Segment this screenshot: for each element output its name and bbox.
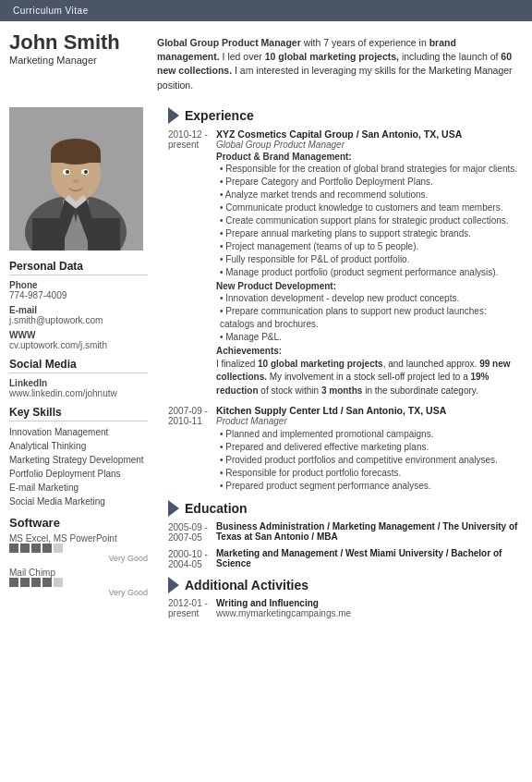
profile-photo — [9, 107, 143, 250]
experience-entry-1: 2010-12 -present XYZ Cosmetics Capital G… — [168, 128, 521, 398]
exp2-bullet-3: • Provided product portfolios and compet… — [220, 454, 521, 467]
exp-bullet-1: • Responsible for the creation of global… — [220, 163, 521, 176]
star-3 — [31, 578, 41, 587]
skill-4: Portfolio Deployment Plans — [9, 467, 148, 481]
star-2 — [20, 578, 30, 587]
edu-institution-2: Marketing and Management / West Miami Un… — [216, 548, 521, 568]
svg-rect-16 — [32, 218, 65, 250]
exp-bullet-7: • Project management (teams of up to 5 p… — [220, 240, 521, 253]
additional-entry-1: 2012-01 -present Writing and Influencing… — [168, 598, 521, 618]
header-bar: Curriculum Vitae — [0, 0, 532, 21]
person-name: John Smith — [9, 31, 148, 55]
experience-title: Experience — [185, 108, 254, 123]
software-item-1: MS Excel, MS PowerPoint Very Good — [9, 533, 148, 563]
additional-title: Additional Activities — [185, 578, 308, 593]
exp-bullet-4: • Communicate product knowledge to custo… — [220, 202, 521, 214]
software-title: Software — [9, 516, 148, 530]
edu-institution-1: Business Administration / Marketing Mana… — [216, 521, 521, 542]
edu-content-1: Business Administration / Marketing Mana… — [216, 521, 521, 543]
exp-bullet-10: • Innovation development - develop new p… — [220, 292, 521, 305]
exp-bullet-6: • Prepare annual marketing plans to supp… — [220, 227, 521, 240]
education-arrow — [168, 500, 179, 517]
www-label: WWW — [9, 330, 148, 340]
additional-header: Additional Activities — [168, 577, 521, 593]
star-5 — [54, 578, 63, 587]
exp-subtitle-ach: Achievements: — [216, 346, 521, 356]
software-label-2: Mail Chimp — [9, 568, 148, 578]
www-value: cv.uptowork.com/j.smith — [9, 340, 148, 350]
edu-content-2: Marketing and Management / West Miami Un… — [216, 548, 521, 569]
exp-bullet-11: • Prepare communication plans to support… — [220, 305, 521, 331]
exp-bullet-12: • Manage P&L. — [220, 331, 521, 344]
exp-bullet-5: • Create communication support plans for… — [220, 214, 521, 227]
add-sub-1: www.mymarketingcampaings.me — [216, 608, 521, 618]
exp-bullet-3: • Analyze market trends and recommend so… — [220, 189, 521, 202]
exp2-bullet-2: • Prepared and delivered effective marke… — [220, 441, 521, 454]
personal-data-title: Personal Data — [9, 260, 148, 275]
exp-subtitle-pb: Product & Brand Management: — [216, 152, 521, 162]
skill-3: Marketing Strategy Development — [9, 453, 148, 467]
edu-entry-2: 2000-10 -2004-05 Marketing and Managemen… — [168, 548, 521, 569]
software-rating-2 — [9, 578, 148, 587]
phone-label: Phone — [9, 280, 148, 290]
software-label-1: MS Excel, MS PowerPoint — [9, 533, 148, 544]
header-title: Curriculum Vitae — [13, 6, 89, 16]
exp-role-1: Global Group Product Manager — [216, 140, 521, 150]
software-item-2: Mail Chimp Very Good — [9, 568, 148, 597]
skill-1: Innovation Management — [9, 425, 148, 439]
exp-date-2: 2007-09 -2010-11 — [168, 405, 216, 493]
software-rating-text-2: Very Good — [9, 588, 148, 597]
star-1 — [9, 544, 18, 553]
exp-company-2: Kitchen Supply Center Ltd / San Antonio,… — [216, 405, 521, 416]
exp-subtitle-npd: New Product Development: — [216, 281, 521, 291]
additional-arrow — [168, 577, 179, 593]
add-date-1: 2012-01 -present — [168, 598, 216, 618]
star-3 — [31, 544, 41, 553]
exp2-bullet-4: • Responsible for product portfolio fore… — [220, 467, 521, 480]
skills-title: Key Skills — [9, 406, 148, 422]
svg-point-10 — [66, 170, 69, 174]
experience-arrow — [168, 107, 179, 124]
phone-value: 774-987-4009 — [9, 290, 148, 300]
star-5 — [54, 544, 63, 553]
summary-section: Global Group Product Manager with 7 year… — [157, 21, 532, 100]
exp-role-2: Product Manager — [216, 416, 521, 426]
experience-header: Experience — [168, 107, 521, 124]
svg-rect-7 — [51, 153, 101, 163]
edu-date-2: 2000-10 -2004-05 — [168, 548, 216, 569]
add-title-1: Writing and Influencing — [216, 598, 521, 608]
skill-5: E-mail Marketing — [9, 481, 148, 495]
name-section: John Smith Marketing Manager — [0, 21, 157, 100]
svg-rect-17 — [88, 218, 120, 250]
linkedin-value: www.linkedin.com/johnutw — [9, 388, 148, 398]
social-title: Social Media — [9, 358, 148, 373]
email-value: j.smith@uptowork.com — [9, 315, 148, 325]
exp-bullet-9: • Manage product portfolio (product segm… — [220, 266, 521, 279]
email-label: E-mail — [9, 305, 148, 315]
exp-content-1: XYZ Cosmetics Capital Group / San Antoni… — [216, 128, 521, 398]
star-4 — [42, 544, 52, 553]
skill-2: Analytical Thinking — [9, 439, 148, 453]
sidebar: Personal Data Phone 774-987-4009 E-mail … — [0, 100, 157, 643]
exp-content-2: Kitchen Supply Center Ltd / San Antonio,… — [216, 405, 521, 493]
experience-entry-2: 2007-09 -2010-11 Kitchen Supply Center L… — [168, 405, 521, 493]
exp2-bullet-1: • Planned and implemented promotional ca… — [220, 428, 521, 441]
svg-point-11 — [84, 170, 88, 174]
edu-date-1: 2005-09 -2007-05 — [168, 521, 216, 543]
svg-point-12 — [73, 179, 79, 183]
skill-6: Social Media Marketing — [9, 495, 148, 508]
resume-page: Curriculum Vitae John Smith Marketing Ma… — [0, 0, 532, 782]
education-title: Education — [185, 501, 248, 516]
software-rating-text-1: Very Good — [9, 554, 148, 563]
star-2 — [20, 544, 30, 553]
achievements-text: I finalized 10 global marketing projects… — [216, 358, 521, 398]
person-role: Marketing Manager — [9, 55, 148, 66]
add-content-1: Writing and Influencing www.mymarketingc… — [216, 598, 521, 618]
summary-text: Global Group Product Manager with 7 year… — [157, 36, 521, 92]
software-rating-1 — [9, 544, 148, 553]
edu-entry-1: 2005-09 -2007-05 Business Administration… — [168, 521, 521, 543]
star-1 — [9, 578, 18, 587]
exp2-bullet-5: • Prepared product segment performance a… — [220, 480, 521, 493]
exp-company-1: XYZ Cosmetics Capital Group / San Antoni… — [216, 128, 521, 140]
star-4 — [42, 578, 52, 587]
